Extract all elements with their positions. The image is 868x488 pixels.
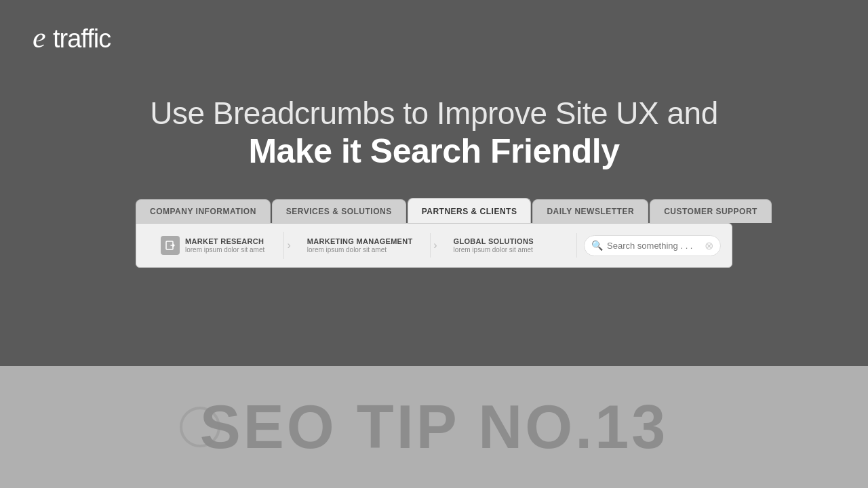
breadcrumb-title-marketing: MARKETING MANAGEMENT <box>307 237 413 245</box>
breadcrumb-subtitle-global: lorem ipsum dolor sit amet <box>454 246 534 253</box>
seo-tip-text: SEO TIP NO.13 <box>200 392 669 462</box>
breadcrumb-item-market[interactable]: MARKET RESEARCH lorem ipsum dolor sit am… <box>147 232 284 259</box>
breadcrumb-item-global[interactable]: GLOBAL SOLUTIONS lorem ipsum dolor sit a… <box>440 233 577 258</box>
breadcrumb-text-market: MARKET RESEARCH lorem ipsum dolor sit am… <box>185 237 264 253</box>
top-section: e traffic Use Breadcrumbs to Improve Sit… <box>0 0 868 366</box>
tab-support[interactable]: CUSTOMER SUPPORT <box>650 199 772 223</box>
chevron-1: › <box>284 239 293 251</box>
breadcrumb-text-global: GLOBAL SOLUTIONS lorem ipsum dolor sit a… <box>454 237 534 253</box>
chevron-2: › <box>431 239 439 251</box>
headline-line2: Make it Search Friendly <box>150 131 717 171</box>
headline-line1: Use Breadcrumbs to Improve Site UX and <box>150 95 717 131</box>
breadcrumb-title-market: MARKET RESEARCH <box>185 237 264 245</box>
search-input[interactable] <box>607 241 702 251</box>
search-icon: 🔍 <box>591 240 603 251</box>
login-icon <box>161 236 180 255</box>
breadcrumb-title-global: GLOBAL SOLUTIONS <box>454 237 534 245</box>
logo-area: e traffic <box>33 19 161 57</box>
tab-services[interactable]: SERVICES & SOLUTIONS <box>272 199 406 223</box>
tabs-row: COMPANY INFORMATION SERVICES & SOLUTIONS… <box>136 198 732 223</box>
svg-text:e: e <box>33 21 45 54</box>
headline-area: Use Breadcrumbs to Improve Site UX and M… <box>150 95 717 171</box>
search-area: 🔍 ⊗ <box>584 235 721 256</box>
breadcrumb-item-marketing[interactable]: MARKETING MANAGEMENT lorem ipsum dolor s… <box>294 233 431 258</box>
tab-newsletter[interactable]: DAILY NEWSLETTER <box>532 199 648 223</box>
bottom-section: SEO TIP NO.13 <box>0 366 868 488</box>
breadcrumb-text-marketing: MARKETING MANAGEMENT lorem ipsum dolor s… <box>307 237 413 253</box>
content-bar: MARKET RESEARCH lorem ipsum dolor sit am… <box>136 223 732 268</box>
breadcrumb-subtitle-marketing: lorem ipsum dolor sit amet <box>307 246 413 253</box>
tab-partners[interactable]: PARTNERS & CLIENTS <box>408 198 532 223</box>
tab-company[interactable]: COMPANY INFORMATION <box>136 199 271 223</box>
breadcrumb-subtitle-market: lorem ipsum dolor sit amet <box>185 246 264 253</box>
svg-text:traffic: traffic <box>53 24 111 53</box>
search-clear-button[interactable]: ⊗ <box>705 239 713 252</box>
nav-area: COMPANY INFORMATION SERVICES & SOLUTIONS… <box>136 198 732 268</box>
